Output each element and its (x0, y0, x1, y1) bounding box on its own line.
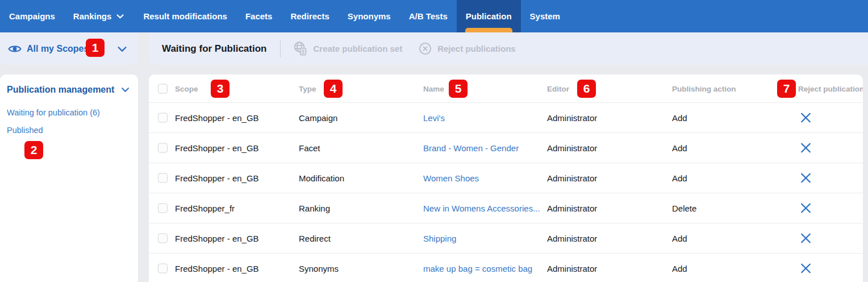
action-cell: Add (672, 143, 687, 153)
annotation-badge-5: 5 (449, 80, 468, 98)
name-link[interactable]: Women Shoes (423, 173, 479, 183)
nav-item-publication-active[interactable]: Publication (457, 0, 521, 32)
circle-x-icon (418, 42, 432, 56)
column-header-reject-publication: Reject publication (798, 84, 863, 93)
sidebar: Publication management Waiting for publi… (0, 74, 138, 282)
reject-publications-button[interactable]: Reject publications (418, 42, 516, 56)
reject-publication-button[interactable] (796, 263, 815, 275)
name-link[interactable]: Shipping (423, 234, 456, 243)
reject-publication-button[interactable] (796, 112, 815, 124)
action-cell: Add (672, 234, 687, 243)
scope-cell: FredShopper - en_GB (175, 173, 259, 183)
nav-label: A/B Tests (409, 11, 448, 21)
editor-cell: Administrator (547, 234, 597, 243)
scope-label: All my Scopes (27, 44, 89, 54)
nav-item-redirects[interactable]: Redirects (281, 0, 338, 32)
type-cell: Modification (299, 173, 344, 183)
row-checkbox[interactable] (158, 264, 168, 273)
publication-page: Campaigns Rankings Result modifications … (0, 0, 868, 282)
table-row: FredShopper - en_GB Facet Brand - Women … (149, 132, 863, 163)
editor-cell: Administrator (547, 113, 597, 123)
waiting-for-publication-table: Scope Type Name Editor Publishing action… (149, 74, 863, 282)
action-cell: Add (672, 173, 687, 183)
type-cell: Synonyms (299, 264, 339, 273)
nav-item-facets[interactable]: Facets (236, 0, 282, 32)
eye-icon (8, 44, 22, 54)
table-row: FredShopper - en_GB Campaign Levi's Admi… (149, 102, 863, 132)
nav-label: Result modifications (143, 11, 227, 21)
create-publication-set-button[interactable]: Create publication set (293, 41, 402, 56)
type-cell: Campaign (299, 113, 337, 123)
nav-item-result-modifications[interactable]: Result modifications (134, 0, 236, 32)
row-checkbox[interactable] (158, 204, 168, 213)
column-header-editor: Editor (547, 84, 569, 93)
annotation-badge-6: 6 (577, 80, 596, 98)
nav-label: System (530, 11, 560, 21)
scope-cell: FredShopper - en_GB (175, 234, 259, 243)
publication-toolbar: Waiting for Publication Create publicati… (149, 32, 868, 65)
nav-label: Synonyms (348, 11, 391, 21)
nav-item-campaigns[interactable]: Campaigns (0, 0, 64, 32)
create-publication-set-label: Create publication set (313, 44, 402, 53)
row-checkbox[interactable] (158, 143, 168, 153)
nav-label: Rankings (73, 11, 112, 21)
select-all-checkbox[interactable] (158, 84, 168, 93)
column-header-type: Type (299, 84, 316, 93)
row-checkbox[interactable] (158, 173, 168, 183)
type-cell: Redirect (299, 234, 331, 243)
toolbar-divider (280, 40, 281, 57)
table-row: FredShopper - en_GB Redirect Shipping Ad… (149, 223, 863, 253)
scope-cell: FredShopper - en_GB (175, 113, 259, 123)
column-header-name: Name (423, 84, 444, 93)
nav-label: Campaigns (9, 11, 55, 21)
action-cell: Delete (672, 204, 696, 213)
table-row: FredShopper - en_GB Synonyms make up bag… (149, 253, 863, 282)
table-row: FredShopper_fr Ranking New in Womens Acc… (149, 193, 863, 223)
sidebar-heading-label: Publication management (7, 85, 114, 95)
page-title: Waiting for Publication (162, 43, 266, 55)
annotation-badge-3: 3 (211, 80, 229, 98)
name-link[interactable]: New in Womens Accessories... (423, 204, 540, 213)
sidebar-heading-publication-management[interactable]: Publication management (7, 84, 131, 95)
active-tab-indicator (465, 28, 512, 32)
action-cell: Add (672, 113, 687, 123)
nav-item-ab-tests[interactable]: A/B Tests (400, 0, 457, 32)
table-header-row: Scope Type Name Editor Publishing action… (149, 74, 863, 102)
type-cell: Facet (299, 143, 320, 153)
reject-publications-label: Reject publications (437, 44, 516, 53)
reject-publication-button[interactable] (796, 142, 815, 154)
annotation-badge-7: 7 (777, 80, 796, 98)
chevron-down-icon[interactable] (116, 43, 128, 55)
scope-selector[interactable]: All my Scopes (0, 32, 138, 65)
nav-label: Publication (466, 11, 512, 21)
row-checkbox[interactable] (158, 234, 168, 243)
sidebar-item-published[interactable]: Published (7, 126, 131, 135)
chevron-down-icon (120, 84, 131, 95)
nav-item-synonyms[interactable]: Synonyms (339, 0, 400, 32)
column-header-scope: Scope (175, 84, 198, 93)
annotation-badge-1: 1 (86, 39, 105, 57)
scope-cell: FredShopper - en_GB (175, 264, 259, 273)
annotation-badge-4: 4 (324, 80, 343, 98)
column-header-publishing-action: Publishing action (672, 84, 736, 93)
editor-cell: Administrator (547, 173, 597, 183)
scope-cell: FredShopper_fr (175, 204, 235, 213)
nav-label: Redirects (290, 11, 329, 21)
name-link[interactable]: Brand - Women - Gender (423, 143, 519, 153)
nav-label: Facets (245, 11, 273, 21)
sidebar-item-waiting-for-publication[interactable]: Waiting for publication (6) (7, 108, 131, 117)
editor-cell: Administrator (547, 204, 597, 213)
nav-item-rankings[interactable]: Rankings (64, 0, 135, 32)
name-link[interactable]: make up bag = cosmetic bag (423, 264, 532, 273)
editor-cell: Administrator (547, 143, 597, 153)
annotation-badge-2: 2 (24, 141, 43, 159)
scope-cell: FredShopper - en_GB (175, 143, 259, 153)
nav-item-system[interactable]: System (521, 0, 569, 32)
reject-publication-button[interactable] (796, 172, 815, 184)
reject-publication-button[interactable] (796, 202, 815, 214)
row-checkbox[interactable] (158, 113, 168, 123)
reject-publication-button[interactable] (796, 233, 815, 244)
action-cell: Add (672, 264, 687, 273)
name-link[interactable]: Levi's (423, 113, 445, 123)
top-navigation: Campaigns Rankings Result modifications … (0, 0, 868, 32)
